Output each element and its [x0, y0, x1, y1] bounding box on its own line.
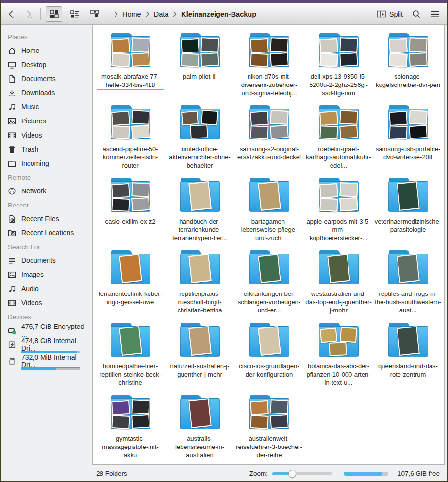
folder-item[interactable]: reptilienpraxis-rueschoff-birgit-christi… — [165, 249, 234, 321]
folder-name: united-office-aktenvernichter-ohne-behae… — [166, 145, 233, 170]
thumbnail-photo — [131, 110, 149, 125]
sidebar-item-videos[interactable]: Videos — [7, 296, 90, 309]
thumbnail-photo — [111, 53, 130, 67]
sidebar-item-network[interactable]: Network — [7, 185, 90, 197]
folder-item[interactable]: nikon-d70s-mit-diversem-zubehoer-und-sig… — [234, 32, 304, 104]
sidebar-item-downloads[interactable]: Downloads — [7, 86, 90, 99]
folder-item[interactable]: samsung-usb-portable-dvd-writer-se-208 — [373, 104, 443, 176]
folder-item[interactable]: westaustralien-und-das-top-end-j-guenthe… — [304, 249, 373, 321]
thumbnail-photo — [250, 38, 269, 54]
sidebar-item-documents[interactable]: Documents — [7, 72, 90, 85]
sidebar-item-incoming[interactable]: Incoming — [7, 157, 90, 170]
folder-name: westaustralien-und-das-top-end-j-guenthe… — [305, 290, 372, 314]
sidebar-item-images[interactable]: Images — [7, 268, 90, 281]
sidebar-item-pictures[interactable]: Pictures — [7, 115, 90, 127]
sidebar-item-label: Images — [21, 271, 44, 278]
folder-item[interactable]: casio-exilim-ex-z2 — [96, 176, 165, 249]
folder-name: australienwelt-reisefuehrer-3-buecher-de… — [236, 434, 303, 459]
sidebar-item-label: Pictures — [21, 117, 46, 125]
sidebar-item-trash[interactable]: Trash — [7, 143, 90, 155]
folder-item[interactable]: australienwelt-reisefuehrer-3-buecher-de… — [234, 394, 304, 465]
back-button[interactable] — [6, 7, 16, 21]
folder-item[interactable]: handbuch-der-terrarienkunde-terrarientyp… — [165, 176, 234, 249]
thumbnail-photo — [119, 254, 142, 283]
tree-view-button[interactable] — [86, 6, 103, 22]
folder-item[interactable]: homoeopathie-fuer-reptilien-steinke-beck… — [96, 321, 165, 394]
sidebar-item-label: Videos — [21, 299, 42, 307]
thumbnail-photo — [319, 328, 337, 343]
sidebar-item-475-7-gib-encrypted[interactable]: 475,7 GiB Encrypted ... — [7, 324, 90, 337]
music-icon — [7, 284, 17, 293]
film-icon — [7, 298, 17, 308]
folder-icon — [316, 250, 362, 286]
forward-button[interactable] — [24, 7, 33, 21]
folder-item[interactable]: terrarientechnik-kober-ingo-geissel-uwe — [96, 249, 165, 321]
search-icon[interactable] — [412, 9, 421, 19]
folder-item[interactable]: reptiles-and-frogs-in-the-bush-southwest… — [373, 249, 443, 321]
thumbnail-photo — [250, 53, 268, 67]
breadcrumb-data[interactable]: Data — [152, 9, 171, 19]
sidebar-item-documents[interactable]: Documents — [7, 254, 90, 267]
folder-icon — [108, 178, 153, 214]
details-view-button[interactable] — [66, 6, 83, 22]
sidebar-item-home[interactable]: Home — [7, 44, 90, 57]
sidebar-item-audio[interactable]: Audio — [7, 282, 90, 295]
thumbnail-photo — [250, 400, 269, 416]
internal-drive-icon — [7, 340, 17, 349]
sidebar-item-recent-locations[interactable]: Recent Locations — [7, 226, 90, 239]
chevron-right-icon — [114, 11, 118, 17]
thumbnail-photo — [270, 110, 288, 125]
folder-icon — [247, 323, 292, 359]
zoom-slider-handle[interactable] — [288, 470, 296, 478]
thumbnail-photo — [181, 38, 199, 54]
folder-icon — [316, 105, 362, 141]
folder-item[interactable]: veterinaermedizinische-parasitologie — [373, 176, 443, 249]
folder-item[interactable]: apple-earpods-mit-3-5-mm-kopfhoerersteck… — [304, 176, 373, 249]
thumbnail-photo — [409, 125, 428, 139]
zoom-slider[interactable] — [272, 470, 332, 478]
folder-item[interactable]: queensland-und-das-rote-zentrum — [373, 321, 443, 394]
sidebar-item-recent-files[interactable]: Recent Files — [7, 212, 90, 225]
split-button[interactable]: Split — [377, 10, 403, 18]
sidebar-item-732-0-mib-internal-dri[interactable]: 732,0 MiB Internal Dri... — [7, 355, 90, 367]
thumbnail-photo — [397, 326, 420, 356]
folder-icon — [108, 33, 153, 69]
sidebar-item-music[interactable]: Music — [7, 101, 90, 113]
breadcrumb: Home Data Kleinanzeigen-Backup — [112, 9, 258, 19]
folder-item[interactable]: dell-xps-13-9350-i5-5200u-2-2ghz-256gi-s… — [304, 32, 373, 104]
breadcrumb-home[interactable]: Home — [120, 9, 143, 19]
sidebar-item-videos[interactable]: Videos — [7, 129, 90, 141]
folder-item[interactable]: palm-pilot-iii — [165, 32, 234, 104]
thumbnail-photo — [131, 197, 150, 212]
folder-item[interactable]: gymtastic-massagepistole-mit-akku — [96, 394, 165, 465]
folder-item[interactable]: united-office-aktenvernichter-ohne-behae… — [165, 104, 234, 176]
folder-item[interactable]: roebelin-graef-karthago-automatikuhr-ede… — [304, 104, 373, 176]
folder-icon — [247, 250, 292, 286]
folder-icon — [385, 323, 431, 359]
folder-name: homoeopathie-fuer-reptilien-steinke-beck… — [97, 362, 164, 387]
thumbnail-photo — [131, 52, 150, 67]
folder-item[interactable]: bartagamen-lebensweise-pflege-und-zucht — [234, 176, 304, 249]
icons-view-button[interactable] — [46, 6, 62, 22]
thumbnail-photo — [250, 125, 268, 139]
folder-name: apple-earpods-mit-3-5-mm-kopfhoerersteck… — [305, 217, 372, 242]
thumbnail-photo — [181, 111, 198, 126]
sidebar-item-label: Audio — [21, 285, 39, 293]
folder-item[interactable]: erkrankungen-bei-schlangen-vorbeugen-und… — [234, 249, 304, 321]
sidebar-item-desktop[interactable]: Desktop — [7, 58, 90, 71]
folder-item[interactable]: botanica-das-abc-der-pflanzen-10-000-art… — [304, 321, 373, 394]
folder-item[interactable]: cisco-ios-grundlagen-der-konfiguration — [234, 321, 304, 394]
hamburger-menu-icon[interactable] — [430, 10, 440, 18]
folder-item[interactable]: ascend-pipeline-50-kommerzieller-isdn-ro… — [96, 104, 165, 176]
folder-name: roebelin-graef-karthago-automatikuhr-ede… — [305, 145, 372, 170]
items-count: 28 Folders — [96, 470, 127, 477]
sidebar-item-474-8-gib-internal-dri[interactable]: 474,8 GiB Internal Dri... — [7, 338, 90, 351]
folder-icon — [108, 250, 153, 286]
folder-item[interactable]: spionage-kugelschreiber-dvr-pen — [373, 32, 443, 104]
breadcrumb-current[interactable]: Kleinanzeigen-Backup — [179, 9, 258, 19]
folder-item[interactable]: mosaik-abrafaxe-77-hefte-334-bis-418 — [96, 32, 165, 104]
folder-item[interactable]: naturzeit-australien-j-guenther-j-mohr — [165, 321, 234, 394]
thumbnail-photo — [111, 400, 130, 416]
folder-item[interactable]: samsung-s2-original-ersatzakku-und-decke… — [234, 104, 304, 176]
folder-item[interactable]: australis-lebensraeume-in-australien — [165, 394, 234, 465]
